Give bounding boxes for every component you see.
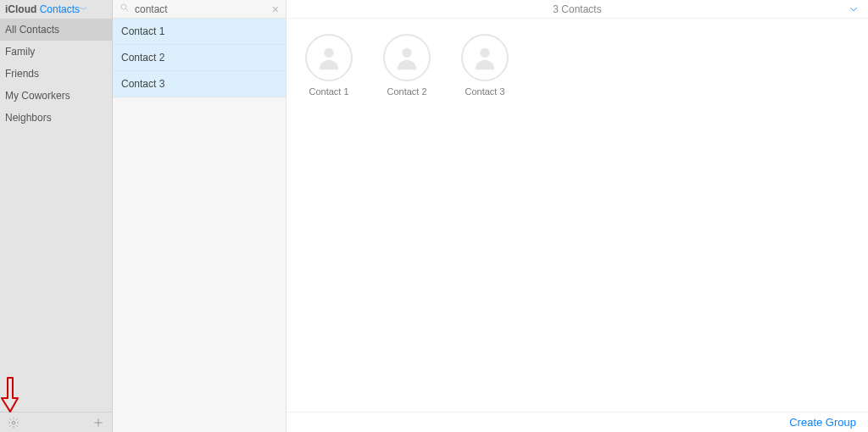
contact-row-label: Contact 1 (121, 25, 164, 37)
app-root: iCloud Contacts﹀ All ContactsFamilyFrien… (0, 0, 868, 432)
contact-card-label: Contact 1 (309, 86, 348, 97)
svg-point-6 (402, 48, 411, 58)
search-bar: × (113, 0, 286, 19)
contact-card[interactable]: Contact 2 (383, 34, 431, 97)
contact-row[interactable]: Contact 1 (113, 19, 286, 45)
contact-card[interactable]: Contact 3 (461, 34, 509, 97)
search-input[interactable] (135, 3, 267, 15)
group-label: All Contacts (5, 24, 59, 36)
svg-point-5 (324, 48, 333, 58)
contact-card-label: Contact 2 (387, 86, 426, 97)
avatar-placeholder-icon (383, 34, 431, 81)
sidebar: iCloud Contacts﹀ All ContactsFamilyFrien… (0, 0, 113, 432)
sidebar-group-item[interactable]: Family (0, 41, 112, 63)
contact-row[interactable]: Contact 3 (113, 71, 286, 97)
create-group-link[interactable]: Create Group (789, 416, 856, 429)
avatar-placeholder-icon (305, 34, 353, 81)
brand-label: iCloud (5, 3, 36, 15)
sidebar-group-item[interactable]: Friends (0, 63, 112, 85)
svg-point-7 (480, 48, 489, 58)
svg-point-3 (121, 4, 126, 9)
detail-footer: Create Group (287, 412, 868, 432)
group-label: Neighbors (5, 112, 52, 124)
sidebar-group-item[interactable]: My Coworkers (0, 85, 112, 107)
contact-row[interactable]: Contact 2 (113, 45, 286, 71)
plus-icon[interactable] (92, 416, 105, 429)
section-label: Contacts (40, 3, 80, 15)
contact-row-label: Contact 2 (121, 52, 164, 64)
detail-header: 3 Contacts (287, 0, 868, 19)
group-list: All ContactsFamilyFriendsMy CoworkersNei… (0, 19, 112, 412)
group-label: Friends (5, 68, 39, 80)
sidebar-group-item[interactable]: All Contacts (0, 19, 112, 41)
search-icon (120, 3, 130, 15)
svg-line-4 (126, 9, 129, 12)
app-title[interactable]: iCloud Contacts﹀ (0, 0, 112, 19)
clear-search-icon[interactable]: × (272, 3, 279, 15)
chevron-down-icon: ﹀ (80, 5, 87, 14)
contact-card[interactable]: Contact 1 (305, 34, 353, 97)
contact-card-label: Contact 3 (465, 86, 504, 97)
group-label: Family (5, 46, 35, 58)
avatar-placeholder-icon (461, 34, 509, 81)
contact-rows: Contact 1Contact 2Contact 3 (113, 19, 286, 432)
detail-pane: 3 Contacts Contact 1Contact 2Contact 3 C… (287, 0, 868, 432)
gear-icon[interactable] (7, 416, 20, 429)
sidebar-footer (0, 412, 112, 432)
detail-title: 3 Contacts (553, 3, 601, 15)
sidebar-group-item[interactable]: Neighbors (0, 107, 112, 129)
chevron-down-icon[interactable] (848, 3, 860, 18)
contact-list-column: × Contact 1Contact 2Contact 3 (113, 0, 287, 432)
contact-row-label: Contact 3 (121, 78, 164, 90)
svg-point-0 (12, 421, 15, 424)
group-label: My Coworkers (5, 90, 70, 102)
contact-cards: Contact 1Contact 2Contact 3 (287, 19, 868, 112)
